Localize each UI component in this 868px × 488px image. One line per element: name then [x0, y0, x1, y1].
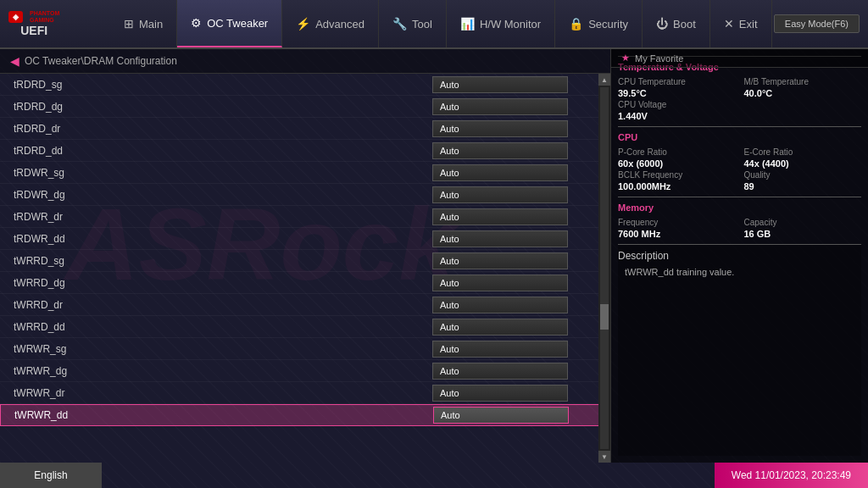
tab-main-label: Main [139, 18, 163, 30]
table-row[interactable]: tRDWR_dr Auto [0, 206, 610, 228]
table-row[interactable]: tRDWR_sg Auto [0, 162, 610, 184]
setting-value[interactable]: Auto [432, 120, 568, 137]
logo-area: ◈ PHANTOMGAMING UEFI [0, 10, 110, 38]
breadcrumb-back-arrow[interactable]: ◀ [10, 54, 19, 68]
setting-name: tWRWR_dg [0, 365, 432, 377]
scroll-up-button[interactable]: ▲ [598, 74, 610, 86]
tab-security[interactable]: 🔒 Security [555, 0, 643, 47]
boot-icon: ⏻ [656, 17, 668, 30]
table-row[interactable]: tWRRD_dg Auto [0, 272, 610, 294]
right-panel: Temperature & Voltage CPU Temperature M/… [610, 49, 868, 463]
setting-name: tWRRD_dg [0, 277, 432, 289]
setting-value[interactable]: Auto [432, 230, 568, 247]
tab-boot[interactable]: ⏻ Boot [643, 0, 710, 47]
table-row[interactable]: tWRRD_sg Auto [0, 250, 610, 272]
oc-icon: ⚙ [191, 16, 202, 30]
tab-tool[interactable]: 🔧 Tool [379, 0, 447, 47]
setting-value-area: Auto [432, 363, 610, 380]
logo-uefi: UEFI [20, 24, 47, 37]
scroll-down-button[interactable]: ▼ [598, 451, 610, 463]
table-row[interactable]: tRDRD_dr Auto [0, 118, 610, 140]
setting-value[interactable]: Auto [432, 341, 568, 358]
tab-tool-label: Tool [412, 18, 432, 30]
tool-icon: 🔧 [392, 17, 407, 30]
table-row[interactable]: tWRWR_sg Auto [0, 338, 610, 360]
scrollbar[interactable]: ▲ ▼ [598, 74, 610, 463]
setting-value[interactable]: Auto [432, 76, 568, 93]
freq-value: 7600 MHz [618, 229, 736, 239]
setting-value[interactable]: Auto [433, 407, 569, 424]
setting-value-area: Auto [432, 385, 610, 402]
ecore-value: 44x (4400) [744, 158, 862, 169]
setting-name: tRDWR_sg [0, 167, 432, 179]
tab-oc-label: OC Tweaker [207, 17, 268, 30]
scroll-track[interactable] [600, 87, 609, 449]
mb-temp-value: 40.0°C [744, 88, 862, 98]
favorite-bar[interactable]: ★ My Favorite [610, 49, 868, 68]
star-icon: ★ [621, 53, 630, 64]
temp-voltage-grid: CPU Temperature M/B Temperature 39.5°C 4… [618, 77, 861, 121]
setting-value-area: Auto [432, 186, 610, 203]
breadcrumb: ◀ OC Tweaker\DRAM Configuration [0, 49, 610, 74]
tab-advanced[interactable]: ⚡ Advanced [282, 0, 379, 47]
table-row[interactable]: tWRWR_dg Auto [0, 360, 610, 382]
top-bar: ◈ PHANTOMGAMING UEFI ⊞ Main ⚙ OC Tweaker… [0, 0, 868, 49]
table-row[interactable]: tWRWR_dr Auto [0, 382, 610, 404]
setting-name: tRDWR_dg [0, 189, 432, 201]
pcore-label: P-Core Ratio [618, 147, 736, 157]
easy-mode-button[interactable]: Easy Mode(F6) [774, 14, 860, 33]
setting-value[interactable]: Auto [432, 252, 568, 269]
setting-value-area: Auto [432, 142, 610, 159]
setting-value[interactable]: Auto [432, 297, 568, 313]
scroll-thumb[interactable] [600, 304, 609, 330]
table-row[interactable]: tRDWR_dg Auto [0, 184, 610, 206]
setting-value-area: Auto [432, 230, 610, 247]
setting-name: tRDRD_dr [0, 123, 432, 135]
table-row[interactable]: tWRRD_dr Auto [0, 294, 610, 316]
setting-value[interactable]: Auto [432, 142, 568, 159]
table-row[interactable]: tRDRD_dg Auto [0, 96, 610, 118]
favorite-label: My Favorite [635, 53, 683, 64]
exit-icon: ✕ [724, 17, 734, 30]
memory-grid: Frequency Capacity 7600 MHz 16 GB [618, 218, 861, 239]
settings-rows-container: tRDRD_sg Auto tRDRD_dg Auto tRDRD_dr Aut… [0, 74, 610, 426]
cpu-title: CPU [618, 132, 861, 142]
tab-main[interactable]: ⊞ Main [110, 0, 177, 47]
tab-oc-tweaker[interactable]: ⚙ OC Tweaker [177, 0, 282, 47]
setting-value[interactable]: Auto [432, 385, 568, 402]
tab-hw-label: H/W Monitor [480, 18, 541, 30]
table-row[interactable]: tRDRD_dd Auto [0, 140, 610, 162]
spacer [744, 100, 862, 109]
setting-value[interactable]: Auto [432, 186, 568, 203]
table-row[interactable]: tRDRD_sg Auto [0, 74, 610, 96]
table-row[interactable]: tWRWR_dd Auto [0, 404, 610, 426]
capacity-value: 16 GB [744, 229, 862, 239]
main-content: ◀ OC Tweaker\DRAM Configuration tRDRD_sg… [0, 49, 868, 463]
setting-value-area: Auto [432, 76, 610, 93]
setting-name: tRDWR_dr [0, 211, 432, 223]
security-icon: 🔒 [569, 17, 583, 30]
setting-value[interactable]: Auto [432, 363, 568, 380]
cpu-voltage-value: 1.440V [618, 111, 736, 121]
setting-value[interactable]: Auto [432, 98, 568, 115]
setting-value[interactable]: Auto [432, 164, 568, 181]
ecore-label: E-Core Ratio [744, 147, 862, 157]
table-row[interactable]: tWRRD_dd Auto [0, 316, 610, 338]
setting-value[interactable]: Auto [432, 274, 568, 291]
memory-section: Memory Frequency Capacity 7600 MHz 16 GB [618, 197, 861, 239]
tab-exit[interactable]: ✕ Exit [710, 0, 772, 47]
setting-name: tWRWR_dd [1, 409, 433, 421]
mb-temp-label: M/B Temperature [744, 77, 862, 86]
setting-name: tRDWR_dd [0, 233, 432, 245]
setting-value[interactable]: Auto [432, 319, 568, 336]
setting-name: tWRRD_dd [0, 321, 432, 333]
tab-boot-label: Boot [673, 18, 696, 30]
cpu-temp-value: 39.5°C [618, 88, 736, 98]
table-row[interactable]: tRDWR_dd Auto [0, 228, 610, 250]
settings-list: tRDRD_sg Auto tRDRD_dg Auto tRDRD_dr Aut… [0, 74, 610, 463]
cpu-grid: P-Core Ratio E-Core Ratio 60x (6000) 44x… [618, 147, 861, 191]
setting-value-area: Auto [432, 297, 610, 313]
tab-hw-monitor[interactable]: 📊 H/W Monitor [447, 0, 555, 47]
language-button[interactable]: English [0, 463, 102, 488]
setting-value[interactable]: Auto [432, 208, 568, 225]
